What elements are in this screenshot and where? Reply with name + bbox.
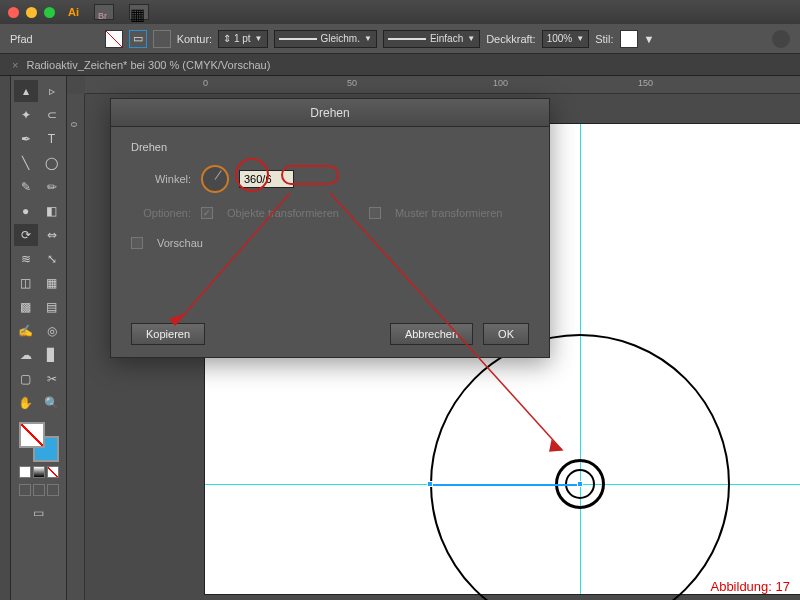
sync-icon[interactable] <box>772 30 790 48</box>
minimize-icon[interactable] <box>26 7 37 18</box>
opacity-select[interactable]: 100%▼ <box>542 30 590 48</box>
fill-color-icon[interactable] <box>19 422 45 448</box>
bridge-button[interactable]: Br <box>94 4 114 20</box>
fill-stroke-control[interactable] <box>19 422 59 462</box>
control-bar: Pfad ▭ Kontur: ⇕ 1 pt▼ Gleichm.▼ Einfach… <box>0 24 800 54</box>
stroke-none-icon[interactable] <box>153 30 171 48</box>
ruler-horizontal[interactable]: 0 50 100 150 <box>85 76 800 94</box>
stroke-swatch[interactable]: ▭ <box>129 30 147 48</box>
eraser-tool[interactable]: ◧ <box>40 200 64 222</box>
section-label: Drehen <box>131 141 529 153</box>
stroke-profile-select[interactable]: Einfach▼ <box>383 30 480 48</box>
anchor-point[interactable] <box>577 481 583 487</box>
transform-patterns-checkbox <box>369 207 381 219</box>
artboard-tool[interactable]: ▢ <box>14 368 38 390</box>
angle-input[interactable] <box>239 170 294 188</box>
lasso-tool[interactable]: ⊂ <box>40 104 64 126</box>
symbol-tool[interactable]: ☁ <box>14 344 38 366</box>
rotate-tool[interactable]: ⟳ <box>14 224 38 246</box>
mac-titlebar: Ai Br ▦ <box>0 0 800 24</box>
angle-knob[interactable] <box>201 165 229 193</box>
ok-button[interactable]: OK <box>483 323 529 345</box>
blob-tool[interactable]: ● <box>14 200 38 222</box>
stroke-weight-select[interactable]: ⇕ 1 pt▼ <box>218 30 267 48</box>
type-tool[interactable]: T <box>40 128 64 150</box>
direct-selection-tool[interactable]: ▹ <box>40 80 64 102</box>
style-dropdown-icon[interactable]: ▼ <box>644 33 655 45</box>
selected-path[interactable] <box>430 484 582 486</box>
reflect-tool[interactable]: ⇔ <box>40 224 64 246</box>
options-label: Optionen: <box>131 207 191 219</box>
draw-behind-icon[interactable] <box>33 484 45 496</box>
tab-close-icon[interactable]: × <box>12 59 18 71</box>
document-tab[interactable]: Radioaktiv_Zeichen* bei 300 % (CMYK/Vors… <box>26 59 270 71</box>
ruler-vertical[interactable]: 0 <box>67 94 85 600</box>
pencil-tool[interactable]: ✏ <box>40 176 64 198</box>
panel-dock-left <box>0 76 11 600</box>
gradient-tool[interactable]: ▤ <box>40 296 64 318</box>
none-mode-icon[interactable] <box>47 466 59 478</box>
style-label: Stil: <box>595 33 613 45</box>
app-logo: Ai <box>68 6 79 18</box>
draw-normal-icon[interactable] <box>19 484 31 496</box>
stroke-cap-select[interactable]: Gleichm.▼ <box>274 30 377 48</box>
shape-builder-tool[interactable]: ◫ <box>14 272 38 294</box>
cancel-button[interactable]: Abbrechen <box>390 323 473 345</box>
rotate-dialog: Drehen Drehen Winkel: Optionen: Objekte … <box>110 98 550 358</box>
zoom-tool[interactable]: 🔍 <box>40 392 64 414</box>
hand-tool[interactable]: ✋ <box>14 392 38 414</box>
tool-panel: ▴▹ ✦⊂ ✒T ╲◯ ✎✏ ●◧ ⟳⇔ ≋⤡ ◫▦ ▩▤ ✍◎ ☁▊ ▢✂ ✋… <box>11 76 67 600</box>
style-swatch[interactable] <box>620 30 638 48</box>
zoom-icon[interactable] <box>44 7 55 18</box>
free-transform-tool[interactable]: ⤡ <box>40 248 64 270</box>
close-icon[interactable] <box>8 7 19 18</box>
opacity-label: Deckkraft: <box>486 33 536 45</box>
draw-inside-icon[interactable] <box>47 484 59 496</box>
blend-tool[interactable]: ◎ <box>40 320 64 342</box>
color-mode-icon[interactable] <box>19 466 31 478</box>
mesh-tool[interactable]: ▩ <box>14 296 38 318</box>
figure-caption: Abbildung: 17 <box>710 579 790 594</box>
line-tool[interactable]: ╲ <box>14 152 38 174</box>
transform-objects-label: Objekte transformieren <box>227 207 339 219</box>
document-tabbar: × Radioaktiv_Zeichen* bei 300 % (CMYK/Vo… <box>0 54 800 76</box>
angle-label: Winkel: <box>131 173 191 185</box>
anchor-point[interactable] <box>427 481 433 487</box>
perspective-tool[interactable]: ▦ <box>40 272 64 294</box>
fill-swatch[interactable] <box>105 30 123 48</box>
eyedropper-tool[interactable]: ✍ <box>14 320 38 342</box>
preview-label: Vorschau <box>157 237 203 249</box>
object-type-label: Pfad <box>10 33 33 45</box>
preview-checkbox[interactable] <box>131 237 143 249</box>
slice-tool[interactable]: ✂ <box>40 368 64 390</box>
brush-tool[interactable]: ✎ <box>14 176 38 198</box>
gradient-mode-icon[interactable] <box>33 466 45 478</box>
copy-button[interactable]: Kopieren <box>131 323 205 345</box>
magic-wand-tool[interactable]: ✦ <box>14 104 38 126</box>
ellipse-tool[interactable]: ◯ <box>40 152 64 174</box>
transform-objects-checkbox <box>201 207 213 219</box>
width-tool[interactable]: ≋ <box>14 248 38 270</box>
dialog-title: Drehen <box>111 99 549 127</box>
arrange-button[interactable]: ▦ <box>129 4 149 20</box>
transform-patterns-label: Muster transformieren <box>395 207 503 219</box>
pen-tool[interactable]: ✒ <box>14 128 38 150</box>
selection-tool[interactable]: ▴ <box>14 80 38 102</box>
screen-mode-icon[interactable]: ▭ <box>27 502 51 524</box>
stroke-label: Kontur: <box>177 33 212 45</box>
graph-tool[interactable]: ▊ <box>40 344 64 366</box>
